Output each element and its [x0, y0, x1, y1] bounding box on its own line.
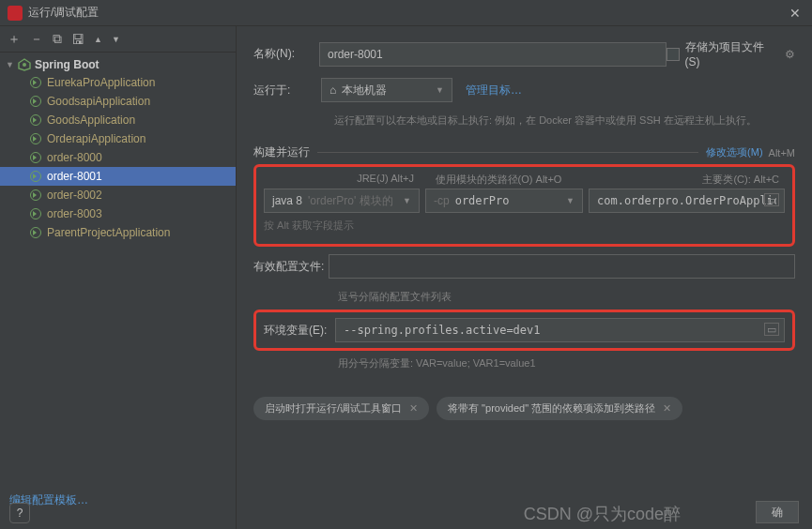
sidebar: ＋ － ⧉ 🖫 ▲ ▼ ▼ Spring Boot EurekaProAppli…: [0, 26, 237, 529]
remove-button[interactable]: －: [30, 31, 43, 48]
spring-run-icon: [30, 96, 41, 107]
eff-hint: 逗号分隔的配置文件列表: [338, 290, 795, 304]
chevron-down-icon: ▼: [436, 85, 444, 95]
spring-run-icon: [30, 208, 41, 219]
modify-shortcut: Alt+M: [769, 147, 795, 159]
chevron-down-icon: ▼: [6, 60, 14, 69]
config-tree: ▼ Spring Boot EurekaProApplicationGoodsa…: [0, 53, 236, 529]
runon-hint: 运行配置可以在本地或目标上执行: 例如，在 Docker 容器中或使用 SSH …: [334, 113, 795, 128]
expand-icon[interactable]: ▭: [764, 193, 779, 206]
cp-value: orderPro: [455, 194, 510, 207]
store-label: 存储为项目文件(S): [685, 39, 775, 68]
tree-item-label: GoodsApplication: [47, 113, 135, 127]
spring-run-icon: [30, 171, 41, 182]
tree-item-label: OrderapiApplication: [47, 132, 146, 145]
tree-item[interactable]: ParentProjectApplication: [0, 223, 236, 242]
tree-item[interactable]: GoodsApplication: [0, 111, 236, 129]
env-input[interactable]: [335, 318, 785, 342]
ok-button[interactable]: 确: [756, 501, 799, 523]
tree-item[interactable]: order-8003: [0, 204, 236, 223]
tree-item-label: ParentProjectApplication: [47, 226, 170, 239]
spring-run-icon: [30, 133, 41, 144]
cp-hint: 使用模块的类路径(O) Alt+O: [420, 173, 577, 187]
classpath-combo[interactable]: -cp orderPro ▼: [425, 189, 583, 213]
down-button[interactable]: ▼: [112, 35, 120, 44]
tree-item[interactable]: OrderapiApplication: [0, 129, 236, 148]
tree-item[interactable]: order-8000: [0, 148, 236, 167]
chip-provided-scope[interactable]: 将带有 "provided" 范围的依赖项添加到类路径 ✕: [437, 397, 682, 420]
eff-label: 有效配置文件:: [253, 259, 329, 275]
form-panel: 名称(N): 存储为项目文件(S) ⚙ 运行于: ⌂ 本地机器 ▼ 管理目标… …: [237, 26, 812, 529]
build-run-box: JRE(J) Alt+J 使用模块的类路径(O) Alt+O 主要类(C): A…: [253, 164, 795, 247]
spring-run-icon: [30, 152, 41, 163]
spring-run-icon: [30, 77, 41, 88]
spring-run-icon: [30, 227, 41, 238]
eff-input[interactable]: [329, 254, 795, 279]
add-button[interactable]: ＋: [8, 31, 21, 48]
chip-label: 将带有 "provided" 范围的依赖项添加到类路径: [448, 401, 655, 416]
close-icon[interactable]: ✕: [786, 6, 804, 21]
alt-hint: 按 Alt 获取字段提示: [264, 219, 785, 233]
dialog-title: 运行/调试配置: [28, 5, 786, 21]
close-icon[interactable]: ✕: [409, 402, 418, 415]
chevron-down-icon: ▼: [403, 196, 411, 205]
build-title: 构建并运行: [253, 144, 310, 160]
app-icon: [8, 6, 23, 21]
modify-options-link[interactable]: 修改选项(M): [706, 145, 763, 159]
spring-run-icon: [30, 114, 41, 126]
close-icon[interactable]: ✕: [663, 402, 671, 415]
home-icon: ⌂: [329, 83, 336, 97]
jre-hint: JRE(J) Alt+J: [264, 173, 420, 187]
jre-suffix: 'orderPro' 模块的: [308, 193, 393, 209]
tree-item[interactable]: order-8001: [0, 167, 236, 186]
spring-boot-icon: [18, 58, 31, 71]
runon-combo[interactable]: ⌂ 本地机器 ▼: [321, 78, 452, 102]
runon-value: 本地机器: [342, 83, 387, 98]
chevron-down-icon: ▼: [566, 196, 575, 205]
tree-item-label: order-8002: [47, 189, 102, 202]
up-button[interactable]: ▲: [94, 35, 102, 44]
tree-item-label: order-8001: [47, 170, 102, 183]
cp-prefix: -cp: [434, 194, 450, 207]
manage-targets-link[interactable]: 管理目标…: [466, 83, 522, 98]
main-hint: 主要类(C): Alt+C: [577, 173, 785, 187]
titlebar: 运行/调试配置 ✕: [0, 0, 812, 26]
chip-open-tool-window[interactable]: 启动时打开运行/调试工具窗口 ✕: [253, 397, 429, 420]
jre-value: java 8: [272, 194, 302, 207]
sidebar-toolbar: ＋ － ⧉ 🖫 ▲ ▼: [0, 26, 236, 53]
chip-label: 启动时打开运行/调试工具窗口: [265, 401, 402, 416]
tree-item-label: order-8003: [47, 207, 102, 220]
help-button[interactable]: ?: [9, 503, 30, 523]
tree-item[interactable]: GoodsapiApplication: [0, 92, 236, 111]
tree-item[interactable]: order-8002: [0, 186, 236, 204]
store-checkbox[interactable]: [666, 48, 680, 61]
svg-point-1: [23, 63, 26, 67]
runon-label: 运行于:: [253, 83, 321, 98]
tree-item-label: order-8000: [47, 151, 102, 164]
env-label: 环境变量(E):: [264, 323, 335, 339]
tree-item[interactable]: EurekaProApplication: [0, 73, 236, 92]
env-hint: 用分号分隔变量: VAR=value; VAR1=value1: [338, 356, 795, 370]
tree-root[interactable]: ▼ Spring Boot: [0, 56, 236, 73]
expand-icon[interactable]: ▭: [764, 323, 779, 336]
env-box: 环境变量(E): ▭: [253, 310, 795, 351]
gear-icon[interactable]: ⚙: [785, 48, 795, 61]
copy-button[interactable]: ⧉: [53, 31, 62, 47]
tree-item-label: EurekaProApplication: [47, 76, 155, 89]
main-class-input[interactable]: [589, 189, 785, 213]
spring-run-icon: [30, 189, 41, 201]
name-input[interactable]: [319, 42, 666, 67]
jre-combo[interactable]: java 8 'orderPro' 模块的 ▼: [264, 189, 420, 213]
name-label: 名称(N):: [253, 46, 319, 62]
tree-root-label: Spring Boot: [35, 58, 100, 71]
save-button[interactable]: 🖫: [71, 32, 84, 47]
tree-item-label: GoodsapiApplication: [47, 95, 150, 108]
